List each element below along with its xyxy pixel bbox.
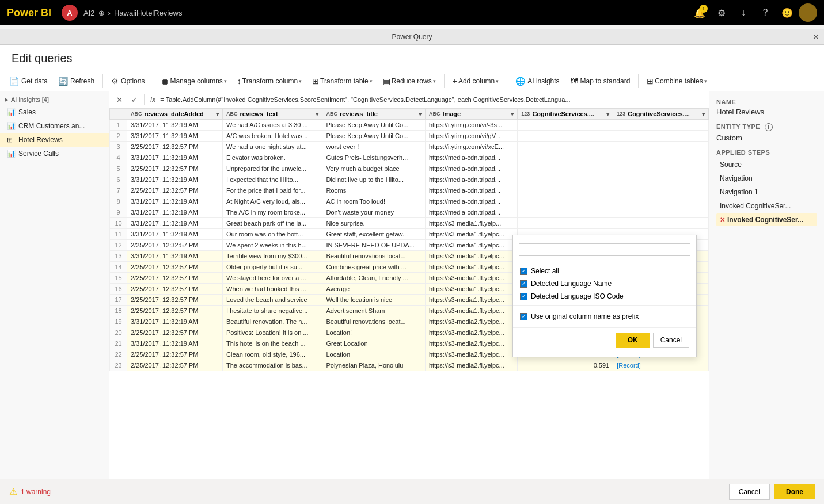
download-icon[interactable]: ↓ [733,2,754,23]
bell-icon[interactable]: 🔔 1 [689,2,710,23]
help-icon[interactable]: ? [755,2,776,23]
top-nav-bar: Power BI A AI2 ⊕ › HawaiiHotelReviews 🔔 … [0,0,824,25]
nav-icons-group: 🔔 1 ⚙ ↓ ? 🙂 [689,2,817,23]
brand-logo: Power BI [7,7,51,19]
user-avatar-small: A [62,5,78,21]
settings-icon[interactable]: ⚙ [711,2,732,23]
breadcrumb: AI2 ⊕ › HawaiiHotelReviews [83,9,182,17]
notification-badge: 1 [700,5,708,13]
emoji-icon[interactable]: 🙂 [777,2,798,23]
user-profile-avatar[interactable] [799,3,817,22]
